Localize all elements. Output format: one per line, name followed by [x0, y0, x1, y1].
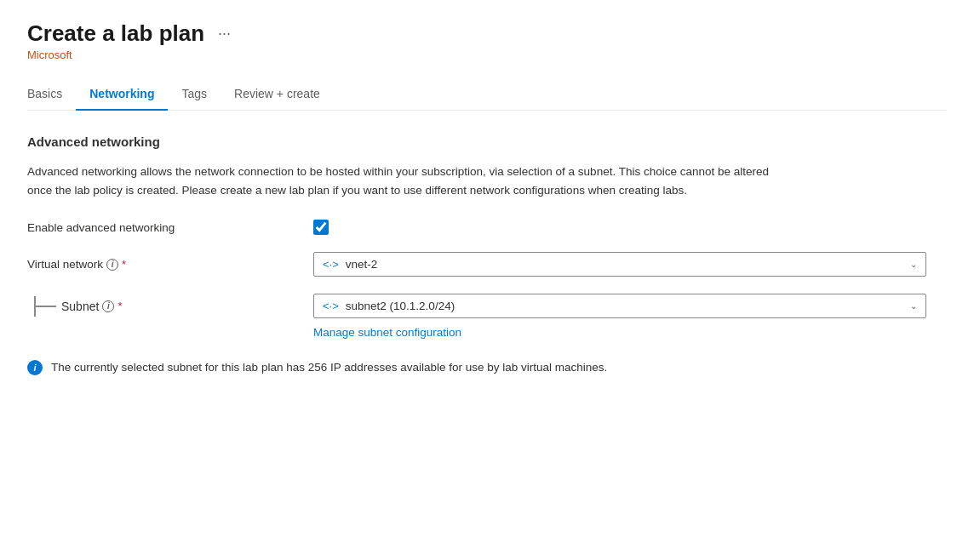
- virtual-network-info-icon[interactable]: i: [106, 259, 118, 271]
- info-banner: i The currently selected subnet for this…: [27, 359, 794, 376]
- tab-bar: Basics Networking Tags Review + create: [27, 78, 947, 111]
- tab-networking[interactable]: Networking: [76, 78, 168, 111]
- manage-subnet-link-container: Manage subnet configuration: [313, 325, 947, 339]
- page-header: Create a lab plan ··· Microsoft: [27, 20, 947, 61]
- info-banner-text: The currently selected subnet for this l…: [51, 359, 607, 376]
- ellipsis-button[interactable]: ···: [213, 23, 236, 44]
- virtual-network-dropdown-container: <·> vnet-2 ⌄: [313, 252, 926, 277]
- subnet-dropdown[interactable]: <·> subnet2 (10.1.2.0/24) ⌄: [313, 294, 926, 318]
- subnet-row: Subnet i * <·> subnet2 (10.1.2.0/24) ⌄: [27, 294, 947, 318]
- virtual-network-label: Virtual network i *: [27, 258, 300, 271]
- tab-review-create[interactable]: Review + create: [221, 78, 334, 111]
- virtual-network-row: Virtual network i * <·> vnet-2 ⌄: [27, 252, 947, 277]
- subnet-dropdown-container: <·> subnet2 (10.1.2.0/24) ⌄: [313, 294, 926, 318]
- enable-networking-label: Enable advanced networking: [27, 221, 300, 234]
- subnet-required: *: [117, 300, 122, 312]
- enable-networking-checkbox[interactable]: [313, 220, 329, 235]
- subnet-chevron-icon: ⌄: [910, 301, 917, 311]
- tab-basics[interactable]: Basics: [27, 78, 76, 111]
- page-title: Create a lab plan: [27, 20, 204, 47]
- info-banner-icon: i: [27, 360, 43, 375]
- tab-tags[interactable]: Tags: [168, 78, 221, 111]
- subnet-label-wrapper: Subnet i *: [61, 300, 122, 313]
- subnet-label-group: Subnet i *: [27, 296, 300, 317]
- manage-subnet-link[interactable]: Manage subnet configuration: [313, 326, 461, 339]
- subnet-icon: <·>: [323, 300, 339, 312]
- vnet-icon: <·>: [323, 258, 339, 271]
- virtual-network-dropdown[interactable]: <·> vnet-2 ⌄: [313, 252, 926, 277]
- section-title: Advanced networking: [27, 134, 947, 149]
- subnet-label: Subnet: [61, 300, 99, 313]
- virtual-network-value: vnet-2: [346, 258, 903, 271]
- section-description: Advanced networking allows the network c…: [27, 163, 794, 199]
- page-subtitle: Microsoft: [27, 49, 947, 61]
- virtual-network-chevron-icon: ⌄: [910, 260, 917, 269]
- virtual-network-required: *: [122, 258, 126, 271]
- enable-networking-checkbox-container: [313, 220, 329, 235]
- subnet-info-icon[interactable]: i: [102, 300, 114, 312]
- enable-networking-row: Enable advanced networking: [27, 220, 947, 235]
- subnet-value: subnet2 (10.1.2.0/24): [346, 300, 903, 312]
